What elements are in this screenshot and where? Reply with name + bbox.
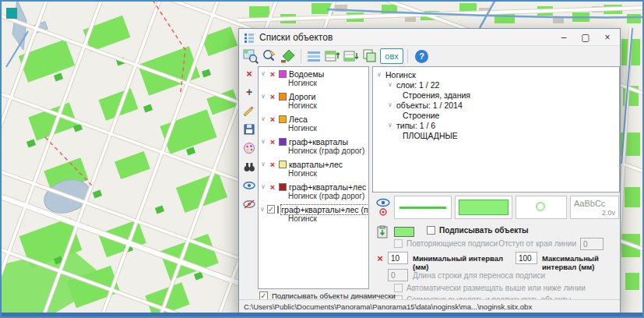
tree-node-label: типы: 1 / 6 xyxy=(396,121,435,130)
table-lower-button[interactable] xyxy=(343,48,360,65)
list-columns-button[interactable] xyxy=(305,48,322,65)
item-label: Дороги xyxy=(289,92,315,101)
hide-objects-button[interactable] xyxy=(242,197,256,211)
chevron-down-icon[interactable]: ∨ xyxy=(260,70,266,77)
list-item-selected[interactable]: ∨ ✓ граф+кварталы+лес (пе... Ногинск xyxy=(259,203,368,225)
chevron-down-icon[interactable]: ∨ xyxy=(387,101,393,108)
chevron-down-icon[interactable]: ∨ xyxy=(260,138,266,145)
chevron-down-icon[interactable]: ∨ xyxy=(387,81,393,88)
item-color-swatch[interactable] xyxy=(277,206,279,214)
list-item[interactable]: ∨ × граф+кварталы Ногинск (граф дорог) xyxy=(259,135,368,157)
item-state-icon[interactable]: × xyxy=(269,138,276,146)
item-label: Леса xyxy=(289,115,308,124)
ovx-button[interactable]: овх xyxy=(380,48,403,64)
item-color-swatch[interactable] xyxy=(279,70,287,78)
checkbox-box[interactable] xyxy=(427,226,435,235)
show-objects-button[interactable] xyxy=(242,178,256,193)
item-state-icon[interactable]: × xyxy=(269,161,276,168)
minimize-button[interactable]: – xyxy=(553,30,575,45)
object-tree: ∨ Ногинск ∨ слои: 1 / 22 Строения, здани… xyxy=(372,66,620,193)
dialog-titlebar[interactable]: Списки объектов – ▢ × xyxy=(239,29,620,46)
item-color-swatch[interactable] xyxy=(279,183,287,191)
eye-off-icon xyxy=(242,197,256,211)
edge-offset-input[interactable] xyxy=(580,238,604,250)
checkbox-label: Подписывать объекты xyxy=(439,226,529,235)
item-state-icon[interactable]: × xyxy=(269,115,276,123)
view-scale-button[interactable] xyxy=(242,48,259,65)
item-label: кварталы+лес xyxy=(289,160,343,169)
paint-lists-button[interactable] xyxy=(280,48,297,65)
maximize-button[interactable]: ▢ xyxy=(575,30,596,45)
paintbrush-icon xyxy=(280,48,296,64)
chevron-down-icon[interactable]: ∨ xyxy=(376,71,382,78)
help-button[interactable]: ? xyxy=(415,50,428,63)
eye-icon xyxy=(242,178,256,193)
preview-visibility-button[interactable] xyxy=(374,196,392,219)
checkbox-box[interactable] xyxy=(394,239,403,248)
edge-offset-label: Отступ от края линии xyxy=(498,239,576,248)
toolbar-separator xyxy=(301,49,301,63)
item-color-swatch[interactable] xyxy=(279,115,287,123)
text-sample: AaBbCc xyxy=(574,199,605,208)
zoom-edit-button[interactable] xyxy=(261,48,278,65)
line-style-preview[interactable] xyxy=(394,196,452,219)
item-color-swatch[interactable] xyxy=(279,138,287,146)
item-state-icon[interactable]: × xyxy=(269,70,276,78)
chevron-down-icon[interactable]: ∨ xyxy=(260,161,266,168)
clear-interval-button[interactable]: × xyxy=(374,252,386,264)
tree-leaf-layer[interactable]: Строения, здания xyxy=(403,90,619,100)
list-item[interactable]: ∨ × Водоемы Ногинск xyxy=(259,67,368,90)
chevron-down-icon[interactable]: ∨ xyxy=(260,206,265,213)
label-color-swatch[interactable] xyxy=(394,227,414,237)
chevron-down-icon[interactable]: ∨ xyxy=(260,183,266,190)
item-state-icon[interactable]: × xyxy=(269,93,276,101)
tree-leaf-type[interactable]: ПЛОЩАДНЫЕ xyxy=(403,130,619,140)
table-up-icon xyxy=(325,48,340,64)
edit-list-button[interactable] xyxy=(242,104,256,118)
chevron-down-icon[interactable]: ∨ xyxy=(260,93,266,100)
table-raise-button[interactable] xyxy=(324,48,341,65)
palette-icon xyxy=(242,141,256,155)
save-list-button[interactable] xyxy=(242,122,256,136)
tree-node-label: объекты: 1 / 2014 xyxy=(396,101,463,110)
tree-node-root[interactable]: ∨ Ногинск xyxy=(376,69,619,80)
item-label: Водоемы xyxy=(289,69,324,79)
auto-place-checkbox[interactable]: Автоматически размещать выше или ниже ли… xyxy=(394,284,586,292)
list-item[interactable]: ∨ × кварталы+лес Ногинск xyxy=(259,157,368,180)
chevron-down-icon[interactable]: ∨ xyxy=(387,122,393,129)
magnifier-pencil-icon xyxy=(262,48,277,64)
text-style-preview[interactable]: AaBbCc 2.0v xyxy=(570,196,619,219)
tree-node-objects[interactable]: ∨ объекты: 1 / 2014 xyxy=(387,100,619,110)
item-checked-icon[interactable]: ✓ xyxy=(267,205,275,214)
item-state-icon[interactable]: × xyxy=(269,183,276,191)
label-objects-checkbox[interactable]: Подписывать объекты xyxy=(427,226,529,235)
list-item[interactable]: ∨ × граф+кварталы+лес Ногинск (граф доро… xyxy=(259,180,368,203)
table-copy-button[interactable] xyxy=(361,48,378,65)
wrap-length-label: Длина строки для переноса подписи xyxy=(413,271,545,280)
list-columns-icon xyxy=(306,48,322,64)
tree-leaf-object[interactable]: Строение xyxy=(403,110,619,120)
item-sublabel: Ногинск xyxy=(288,169,368,178)
tree-node-types[interactable]: ∨ типы: 1 / 6 xyxy=(387,120,619,130)
close-button[interactable]: × xyxy=(596,30,618,45)
delete-list-button[interactable]: × xyxy=(242,66,256,80)
item-color-swatch[interactable] xyxy=(279,161,287,168)
object-lists-dialog: Списки объектов – ▢ × xyxy=(238,28,621,313)
point-style-preview[interactable] xyxy=(516,196,567,219)
item-sublabel: Ногинск (граф дорог) xyxy=(288,192,368,200)
pencil-icon xyxy=(242,104,256,118)
palette-button[interactable] xyxy=(242,141,256,155)
area-style-preview[interactable] xyxy=(455,196,512,219)
tree-node-layers[interactable]: ∨ слои: 1 / 22 xyxy=(387,80,619,90)
window-icon xyxy=(244,32,255,43)
wrap-length-input[interactable] xyxy=(388,269,408,281)
chevron-down-icon[interactable]: ∨ xyxy=(260,115,266,122)
item-color-swatch[interactable] xyxy=(279,93,287,101)
add-list-button[interactable]: + xyxy=(242,85,256,99)
list-item[interactable]: ∨ × Дороги Ногинск xyxy=(259,90,368,112)
list-item[interactable]: ∨ × Леса Ногинск xyxy=(259,112,368,135)
search-binoculars-button[interactable] xyxy=(242,160,256,174)
paste-style-button[interactable] xyxy=(374,224,391,241)
min-interval-input[interactable] xyxy=(516,252,537,264)
interval-left-input[interactable] xyxy=(388,252,408,264)
